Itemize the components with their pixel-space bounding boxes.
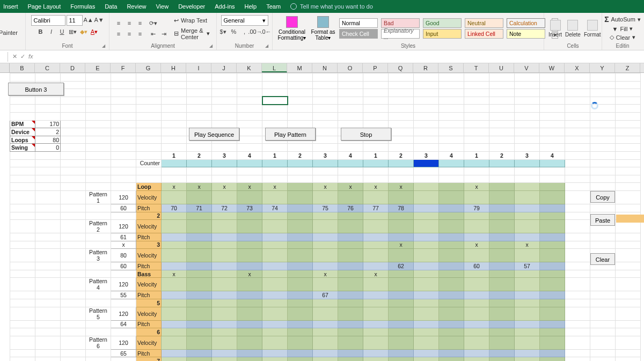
cell[interactable] xyxy=(389,349,414,357)
cell[interactable] xyxy=(515,183,540,191)
cell[interactable] xyxy=(414,349,439,357)
cell[interactable] xyxy=(540,320,565,328)
cell[interactable]: 2 xyxy=(35,128,61,136)
cell[interactable] xyxy=(565,299,590,307)
cell-styles-gallery[interactable]: Normal Bad Good Neutral Calculation Chec… xyxy=(339,18,547,39)
cell[interactable] xyxy=(162,89,187,97)
clear-button[interactable]: ◇Clear ▾ xyxy=(610,34,635,41)
cell[interactable] xyxy=(35,299,61,307)
cell[interactable] xyxy=(590,307,616,320)
cell[interactable] xyxy=(61,183,86,191)
cell[interactable] xyxy=(136,105,162,113)
cell[interactable]: x xyxy=(389,241,414,249)
cell[interactable] xyxy=(565,190,590,204)
cell[interactable]: 1 xyxy=(262,151,288,159)
cell[interactable] xyxy=(464,167,489,175)
cell[interactable] xyxy=(10,105,35,113)
cell[interactable] xyxy=(162,220,187,233)
cell[interactable] xyxy=(414,336,439,349)
align-middle-icon[interactable]: ≡ xyxy=(125,18,134,28)
cell[interactable] xyxy=(10,159,35,167)
cell[interactable] xyxy=(464,97,489,105)
cell[interactable] xyxy=(111,270,136,278)
cell[interactable] xyxy=(187,212,212,220)
cell[interactable] xyxy=(162,105,187,113)
style-check-cell[interactable]: Check Cell xyxy=(339,29,378,39)
cell[interactable]: Pattern 3 xyxy=(86,249,111,262)
cell[interactable] xyxy=(35,183,61,191)
cell[interactable] xyxy=(61,233,86,241)
cell[interactable] xyxy=(86,328,111,336)
cell[interactable] xyxy=(162,336,187,349)
cell[interactable]: Pattern 2 xyxy=(86,220,111,233)
cell[interactable] xyxy=(540,299,565,307)
cell[interactable] xyxy=(590,120,616,128)
cell[interactable] xyxy=(489,120,515,128)
cell[interactable] xyxy=(111,212,136,220)
cell[interactable] xyxy=(288,241,313,249)
cell[interactable] xyxy=(590,241,616,249)
cell[interactable] xyxy=(10,97,35,105)
cell[interactable] xyxy=(439,136,464,144)
cell[interactable]: x xyxy=(313,183,338,191)
cell[interactable] xyxy=(10,241,35,249)
cell[interactable] xyxy=(464,299,489,307)
cell[interactable]: 61 xyxy=(111,233,136,241)
cell[interactable]: 6 xyxy=(136,328,162,336)
cell[interactable] xyxy=(187,190,212,204)
col-header-E[interactable]: E xyxy=(85,63,111,72)
cell[interactable] xyxy=(61,151,86,159)
cell[interactable] xyxy=(262,73,288,82)
cell[interactable] xyxy=(61,128,86,136)
cell[interactable] xyxy=(338,233,363,241)
cell[interactable] xyxy=(338,112,363,120)
cell[interactable] xyxy=(35,105,61,113)
style-neutral[interactable]: Neutral xyxy=(465,18,503,28)
cell[interactable] xyxy=(540,291,565,299)
cell[interactable]: 4 xyxy=(338,151,363,159)
col-header-V[interactable]: V xyxy=(514,63,539,72)
cell[interactable] xyxy=(136,81,162,89)
cell[interactable] xyxy=(86,89,111,97)
cell[interactable] xyxy=(363,97,389,105)
cell[interactable] xyxy=(10,175,35,183)
cell[interactable] xyxy=(187,357,212,361)
cell[interactable] xyxy=(489,357,515,361)
cell[interactable] xyxy=(237,320,262,328)
cell[interactable] xyxy=(389,291,414,299)
cell[interactable] xyxy=(237,220,262,233)
cell[interactable] xyxy=(187,89,212,97)
cell[interactable] xyxy=(313,307,338,320)
cell[interactable] xyxy=(86,349,111,357)
cell[interactable] xyxy=(414,120,439,128)
cell[interactable] xyxy=(540,249,565,262)
cell[interactable] xyxy=(237,241,262,249)
cell[interactable]: 79 xyxy=(464,204,489,212)
cell[interactable] xyxy=(489,336,515,349)
cell[interactable] xyxy=(187,167,212,175)
cell[interactable] xyxy=(616,105,641,113)
cell[interactable] xyxy=(363,241,389,249)
cell[interactable] xyxy=(237,112,262,120)
cell[interactable] xyxy=(86,320,111,328)
cell[interactable] xyxy=(439,97,464,105)
fx-icon[interactable]: fx xyxy=(28,53,33,60)
cell[interactable] xyxy=(363,175,389,183)
cell[interactable] xyxy=(565,328,590,336)
cell[interactable] xyxy=(439,190,464,204)
cell[interactable] xyxy=(565,136,590,144)
cell[interactable] xyxy=(35,249,61,262)
cell[interactable]: 120 xyxy=(111,278,136,291)
orientation-icon[interactable]: ⟳▾ xyxy=(148,18,158,28)
cell[interactable] xyxy=(439,105,464,113)
cell[interactable] xyxy=(515,328,540,336)
cell[interactable] xyxy=(288,233,313,241)
cell[interactable] xyxy=(212,159,237,167)
cell[interactable] xyxy=(464,144,489,152)
cell[interactable] xyxy=(590,151,616,159)
cell[interactable] xyxy=(389,357,414,361)
cell[interactable] xyxy=(35,112,61,120)
cell[interactable] xyxy=(515,73,540,82)
cell[interactable] xyxy=(590,204,616,212)
cell[interactable] xyxy=(363,212,389,220)
